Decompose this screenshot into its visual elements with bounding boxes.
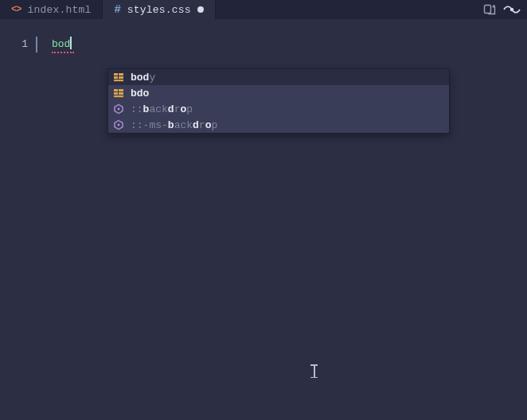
svg-rect-5 <box>119 73 123 76</box>
html-file-icon: <> <box>11 4 21 15</box>
svg-point-14 <box>118 124 120 126</box>
suggestion-label: ::-ms-backdrop <box>131 119 217 131</box>
tab-bar: <> index.html # styles.css <box>0 0 527 19</box>
typed-text: bod <box>37 37 70 52</box>
suggestion-label: ::backdrop <box>131 103 193 115</box>
tabbar-actions <box>482 0 527 19</box>
editor-area[interactable]: 1 bod bodybdo::backdrop::-ms-backdrop <box>0 19 527 420</box>
svg-rect-6 <box>119 76 123 79</box>
text-caret <box>70 37 72 49</box>
snippet-icon <box>113 103 124 115</box>
suggestion-label: bdo <box>131 88 149 99</box>
svg-rect-10 <box>119 89 123 91</box>
svg-rect-7 <box>114 80 123 81</box>
svg-rect-8 <box>114 89 118 91</box>
code-content[interactable]: bod bodybdo::backdrop::-ms-backdrop <box>36 19 527 420</box>
tab-label: styles.css <box>127 4 191 16</box>
suggestion-item[interactable]: body <box>108 69 449 85</box>
dirty-indicator-icon <box>197 6 204 13</box>
suggestion-label: body <box>131 72 155 84</box>
svg-point-13 <box>118 108 120 111</box>
svg-rect-4 <box>114 76 118 79</box>
autocomplete-popup[interactable]: bodybdo::backdrop::-ms-backdrop <box>107 68 450 134</box>
line-number: 1 <box>0 37 36 52</box>
preview-icon[interactable] <box>503 4 521 15</box>
tab-styles-css[interactable]: # styles.css <box>103 0 215 19</box>
compare-changes-icon[interactable] <box>482 2 497 17</box>
suggestion-item[interactable]: ::-ms-backdrop <box>108 117 449 133</box>
line-number-gutter: 1 <box>0 19 36 420</box>
struct-icon <box>113 88 124 99</box>
css-file-icon: # <box>114 3 120 16</box>
tab-label: index.html <box>27 4 91 16</box>
svg-rect-3 <box>114 73 118 76</box>
svg-point-1 <box>493 5 494 6</box>
svg-point-2 <box>510 8 513 11</box>
svg-rect-12 <box>114 95 123 97</box>
suggestion-item[interactable]: bdo <box>108 85 449 101</box>
code-line-1[interactable]: bod <box>36 37 527 52</box>
snippet-icon <box>113 119 124 130</box>
svg-rect-0 <box>485 6 491 14</box>
struct-icon <box>113 72 124 83</box>
suggestion-item[interactable]: ::backdrop <box>108 101 449 117</box>
tab-index-html[interactable]: <> index.html <box>0 0 103 19</box>
svg-rect-9 <box>114 92 118 95</box>
svg-rect-11 <box>119 92 123 95</box>
